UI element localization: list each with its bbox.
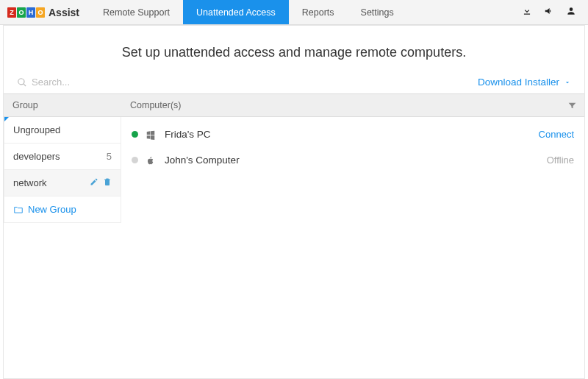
group-ungrouped[interactable]: Ungrouped <box>4 117 121 144</box>
computer-name: Frida's PC <box>165 129 211 140</box>
topbar: ZOHO Assist Remote Support Unattended Ac… <box>0 0 588 25</box>
windows-icon <box>146 130 157 140</box>
download-installer-link[interactable]: Download Installer <box>478 77 571 88</box>
nav-settings[interactable]: Settings <box>348 0 407 24</box>
new-group-label: New Group <box>28 204 76 215</box>
nav-remote-support[interactable]: Remote Support <box>90 0 183 24</box>
new-group-button[interactable]: New Group <box>4 196 121 222</box>
download-installer-label: Download Installer <box>478 77 559 88</box>
status-offline-icon <box>132 157 138 163</box>
content: Set up unattended access and manage remo… <box>3 25 585 379</box>
computer-row[interactable]: Frida's PC Connect <box>121 121 584 147</box>
chevron-down-icon <box>564 79 571 86</box>
computer-name: John's Computer <box>165 155 240 166</box>
connect-button[interactable]: Connect <box>539 129 574 140</box>
header-group: Group <box>4 94 121 116</box>
app-name: Assist <box>49 7 79 18</box>
group-developers[interactable]: developers 5 <box>4 144 121 170</box>
app-logo: ZOHO Assist <box>0 0 90 24</box>
offline-label: Offline <box>547 155 574 166</box>
table-headers: Group Computer(s) <box>4 93 584 117</box>
group-label: network <box>13 177 47 188</box>
topbar-actions <box>516 0 588 24</box>
group-sidebar: Ungrouped developers 5 network <box>4 117 121 223</box>
page-heading: Set up unattended access and manage remo… <box>4 26 584 74</box>
nav-unattended-access[interactable]: Unattended Access <box>183 0 289 24</box>
nav-reports[interactable]: Reports <box>289 0 348 24</box>
group-actions <box>90 177 112 188</box>
group-network[interactable]: network <box>4 170 121 196</box>
main-nav: Remote Support Unattended Access Reports… <box>90 0 407 24</box>
folder-icon <box>13 205 24 215</box>
search-icon <box>17 77 27 88</box>
body: Ungrouped developers 5 network <box>4 117 584 223</box>
computer-row[interactable]: John's Computer Offline <box>121 147 584 173</box>
announce-icon[interactable] <box>538 6 560 18</box>
search-input[interactable] <box>32 77 179 88</box>
download-icon[interactable] <box>516 6 538 18</box>
group-label: Ungrouped <box>13 124 60 135</box>
toolbar: Download Installer <box>4 74 584 93</box>
edit-icon[interactable] <box>90 177 98 188</box>
delete-icon[interactable] <box>103 177 112 188</box>
group-label: developers <box>13 151 60 162</box>
group-count: 5 <box>107 151 112 162</box>
apple-icon <box>146 155 157 166</box>
filter-icon[interactable] <box>559 94 584 116</box>
search-box[interactable] <box>17 77 478 88</box>
header-computers: Computer(s) <box>121 94 559 116</box>
status-online-icon <box>132 131 138 138</box>
zoho-logo-icon: ZOHO <box>7 7 46 18</box>
computer-list: Frida's PC Connect John's Computer Offli… <box>121 117 584 223</box>
user-icon[interactable] <box>560 6 582 18</box>
